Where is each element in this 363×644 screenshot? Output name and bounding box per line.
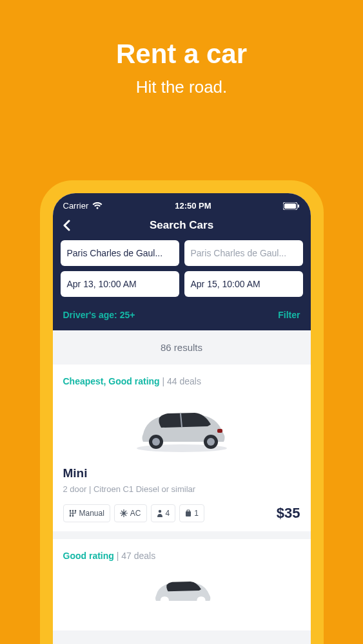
passengers-label: 4 [166, 509, 170, 518]
ac-chip: AC [114, 504, 147, 522]
phone-screen: Carrier 12:50 PM Search Cars Paris Charl… [53, 193, 311, 644]
hero-subtitle: Hit the road. [0, 77, 363, 97]
driver-age-selector[interactable]: Driver's age: 25+ [63, 310, 135, 320]
car-image [63, 570, 300, 609]
dropoff-date-input[interactable]: Apr 15, 10:00 AM [184, 271, 303, 297]
car-description: 2 door | Citroen C1 Diesel or similar [63, 484, 300, 494]
transmission-icon [69, 509, 77, 517]
svg-point-7 [207, 438, 215, 446]
tag-deals: | 47 deals [114, 551, 155, 561]
price: $35 [277, 505, 300, 522]
wifi-icon [92, 202, 103, 210]
tag-highlight: Good rating [63, 551, 114, 561]
car-image [63, 395, 300, 453]
back-button[interactable] [63, 220, 71, 231]
svg-rect-8 [217, 429, 222, 433]
ac-label: AC [130, 509, 141, 518]
passengers-chip: 4 [151, 504, 176, 522]
pickup-date-input[interactable]: Apr 13, 10:00 AM [61, 271, 179, 297]
carrier-label: Carrier [63, 201, 89, 211]
hero-title: Rent a car [0, 39, 363, 70]
results-count: 86 results [53, 330, 311, 365]
tag-deals: | 44 deals [160, 376, 201, 386]
result-card[interactable]: Good rating | 47 deals [53, 539, 311, 630]
svg-rect-2 [298, 204, 299, 207]
result-card[interactable]: Cheapest, Good rating | 44 deals Mini 2 … [53, 365, 311, 531]
svg-point-5 [152, 438, 160, 446]
person-icon [157, 509, 163, 517]
svg-rect-16 [187, 510, 190, 512]
transmission-label: Manual [79, 509, 104, 518]
feature-chips: Manual AC 4 [63, 504, 204, 522]
tag-highlight: Cheapest, Good rating [63, 376, 160, 386]
battery-icon [283, 202, 300, 210]
snowflake-icon [120, 509, 128, 517]
pickup-location-input[interactable]: Paris Charles de Gaul... [61, 240, 179, 266]
card-tags: Good rating | 47 deals [63, 551, 300, 561]
status-bar: Carrier 12:50 PM [53, 193, 311, 213]
bags-label: 1 [194, 509, 199, 518]
nav-header: Search Cars [53, 213, 311, 240]
status-time: 12:50 PM [175, 201, 211, 211]
nav-title: Search Cars [150, 219, 213, 232]
luggage-icon [185, 509, 191, 517]
car-name: Mini [63, 466, 300, 480]
phone-frame: Carrier 12:50 PM Search Cars Paris Charl… [40, 180, 324, 644]
transmission-chip: Manual [63, 504, 110, 522]
search-form: Paris Charles de Gaul... Paris Charles d… [53, 240, 311, 330]
bags-chip: 1 [179, 504, 204, 522]
svg-point-14 [158, 510, 161, 513]
svg-rect-1 [284, 204, 296, 209]
filter-button[interactable]: Filter [278, 310, 300, 320]
dropoff-location-input[interactable]: Paris Charles de Gaul... [184, 240, 303, 266]
card-tags: Cheapest, Good rating | 44 deals [63, 376, 300, 386]
